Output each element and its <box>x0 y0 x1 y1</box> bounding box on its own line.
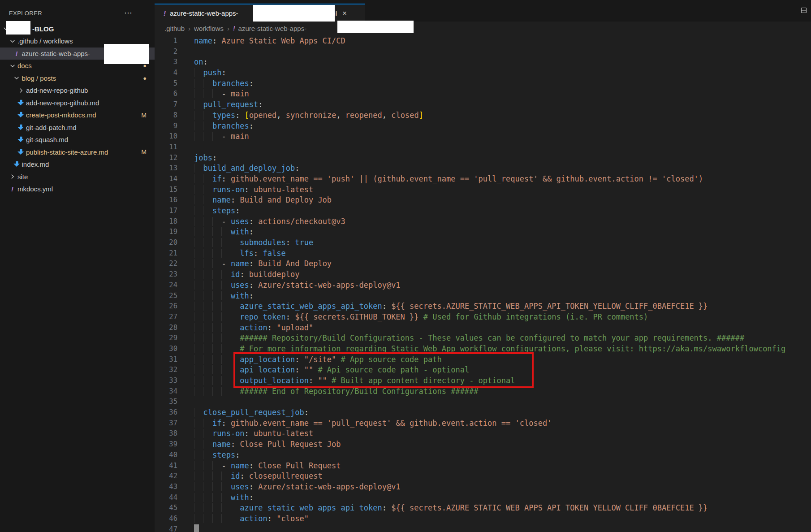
code-line[interactable]: 47 <box>155 524 811 532</box>
code-line[interactable]: 13 build_and_deploy_job: <box>155 163 811 174</box>
code-line[interactable]: 37 if: github.event_name == 'pull_reques… <box>155 418 811 429</box>
tree-item-label: add-new-repo-github <box>26 87 88 94</box>
code-line[interactable]: 32 api_location: "" # Api source code pa… <box>155 365 811 376</box>
code-line-content: submodules: true <box>194 238 313 248</box>
tree-item[interactable]: create-post-mkdocs.mdM <box>0 109 155 121</box>
code-line[interactable]: 33 output_location: "" # Built app conte… <box>155 376 811 386</box>
line-number: 46 <box>155 514 177 524</box>
breadcrumb-file-prefix[interactable]: azure-static-web-apps- <box>238 25 307 32</box>
tree-item[interactable]: !mkdocs.yml <box>0 183 155 195</box>
breadcrumb-folder[interactable]: workflows <box>194 25 224 32</box>
code-line[interactable]: 28 action: "upload" <box>155 323 811 333</box>
chevron-down-icon <box>13 75 21 81</box>
code-line[interactable]: 15 runs-on: ubuntu-latest <box>155 185 811 195</box>
code-line[interactable]: 24 uses: Azure/static-web-apps-deploy@v1 <box>155 280 811 291</box>
code-line[interactable]: 36 close_pull_request_job: <box>155 407 811 418</box>
code-line[interactable]: 27 repo_token: ${{ secrets.GITHUB_TOKEN … <box>155 312 811 323</box>
code-line[interactable]: 25 with: <box>155 291 811 302</box>
line-number: 39 <box>155 439 177 450</box>
tree-item[interactable]: site <box>0 171 155 183</box>
tree-item-label: docs <box>17 62 32 69</box>
code-line[interactable]: 34 ###### End of Repository/Build Config… <box>155 386 811 397</box>
line-number: 10 <box>155 131 177 142</box>
tree-item-label: azure-static-web-apps- <box>22 50 91 57</box>
more-actions-icon[interactable]: ⋯ <box>124 11 132 15</box>
code-line[interactable]: 43 uses: Azure/static-web-apps-deploy@v1 <box>155 482 811 493</box>
code-line-content: ###### Repository/Build Configurations -… <box>194 333 744 344</box>
tree-item-label: git-add-patch.md <box>26 124 77 131</box>
code-line[interactable]: 29 ###### Repository/Build Configuration… <box>155 333 811 344</box>
code-line-content: steps: <box>194 450 240 461</box>
code-line[interactable]: 42 id: closepullrequest <box>155 471 811 482</box>
tree-item[interactable]: git-squash.md <box>0 134 155 146</box>
chevron-down-icon <box>8 38 17 44</box>
explorer-title: EXPLORER <box>9 10 124 17</box>
code-line[interactable]: 2 <box>155 47 811 57</box>
code-line[interactable]: 22 - name: Build And Deploy <box>155 259 811 269</box>
code-line[interactable]: 3on: <box>155 57 811 68</box>
code-line[interactable]: 30 # For more information regarding Stat… <box>155 344 811 355</box>
code-line[interactable]: 9 branches: <box>155 121 811 132</box>
yaml-file-icon: ! <box>164 9 166 17</box>
redaction-box <box>104 44 149 64</box>
code-line[interactable]: 8 types: [opened, synchronize, reopened,… <box>155 110 811 121</box>
redaction-box <box>6 21 30 35</box>
breadcrumb-folder[interactable]: .github <box>164 25 185 32</box>
code-line[interactable]: 38 runs-on: ubuntu-latest <box>155 428 811 439</box>
code-area[interactable]: 1name: Azure Static Web Apps CI/CD23on:4… <box>155 36 811 532</box>
split-editor-icon[interactable] <box>800 7 807 16</box>
breadcrumb-separator: › <box>188 25 190 32</box>
tree-item[interactable]: publish-static-site-azure.mdM <box>0 146 155 159</box>
code-line[interactable]: 10 - main <box>155 131 811 142</box>
code-line[interactable]: 20 submodules: true <box>155 238 811 248</box>
code-line[interactable]: 44 with: <box>155 493 811 503</box>
code-line[interactable]: 31 app_location: "/site" # App source co… <box>155 355 811 365</box>
tab-label-prefix: azure-static-web-apps- <box>170 9 238 17</box>
tree-item[interactable]: add-new-repo-github.md <box>0 97 155 109</box>
tree-item-label: publish-static-site-azure.md <box>26 148 108 156</box>
code-line[interactable]: 39 name: Close Pull Request Job <box>155 439 811 450</box>
code-line[interactable]: 35 <box>155 397 811 407</box>
line-number: 31 <box>155 355 177 365</box>
tree-item[interactable]: git-add-patch.md <box>0 121 155 134</box>
code-line[interactable]: 6 - main <box>155 89 811 99</box>
line-number: 17 <box>155 206 177 216</box>
code-line[interactable]: 41 - name: Close Pull Request <box>155 461 811 471</box>
markdown-icon <box>17 112 25 118</box>
code-line[interactable]: 12jobs: <box>155 153 811 164</box>
tree-item[interactable]: blog / posts● <box>0 72 155 85</box>
code-line[interactable]: 11 <box>155 142 811 153</box>
code-line-content: # For more information regarding Static … <box>194 344 785 355</box>
tree-item[interactable]: index.md <box>0 158 155 171</box>
line-number: 12 <box>155 153 177 164</box>
code-line[interactable]: 16 name: Build and Deploy Job <box>155 195 811 206</box>
code-line[interactable]: 26 azure_static_web_apps_api_token: ${{ … <box>155 301 811 312</box>
line-number: 6 <box>155 89 177 99</box>
tree-item[interactable]: add-new-repo-github <box>0 84 155 97</box>
code-line-content: azure_static_web_apps_api_token: ${{ sec… <box>194 503 707 514</box>
markdown-icon <box>17 149 25 156</box>
line-number: 44 <box>155 493 177 503</box>
code-line[interactable]: 1name: Azure Static Web Apps CI/CD <box>155 36 811 47</box>
yaml-icon: ! <box>8 185 17 193</box>
tab-close-icon[interactable]: × <box>342 9 347 17</box>
code-line-content: lfs: false <box>194 248 286 259</box>
code-line[interactable]: 21 lfs: false <box>155 248 811 259</box>
code-line[interactable]: 18 - uses: actions/checkout@v3 <box>155 216 811 227</box>
line-number: 1 <box>155 36 177 47</box>
line-number: 5 <box>155 78 177 89</box>
code-line[interactable]: 17 steps: <box>155 206 811 216</box>
code-line[interactable]: 4 push: <box>155 68 811 78</box>
chevron-right-icon <box>17 87 25 94</box>
code-line[interactable]: 7 pull_request: <box>155 99 811 110</box>
code-line[interactable]: 40 steps: <box>155 450 811 461</box>
line-number: 3 <box>155 57 177 68</box>
code-line[interactable]: 14 if: github.event_name == 'push' || (g… <box>155 174 811 185</box>
code-line-content: build_and_deploy_job: <box>194 163 299 174</box>
code-line[interactable]: 46 action: "close" <box>155 514 811 524</box>
redaction-box <box>337 21 414 33</box>
code-line[interactable]: 45 azure_static_web_apps_api_token: ${{ … <box>155 503 811 514</box>
code-line[interactable]: 23 id: builddeploy <box>155 269 811 280</box>
code-line[interactable]: 19 with: <box>155 227 811 238</box>
code-line[interactable]: 5 branches: <box>155 78 811 89</box>
